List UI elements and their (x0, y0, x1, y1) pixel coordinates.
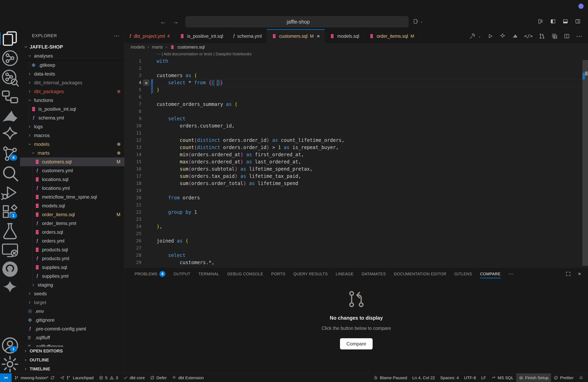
activity-item-settings[interactable] (0, 356, 20, 373)
codelens-actions[interactable]: ⋯ | Add documentation or tests | Datapil… (157, 52, 252, 56)
tree-file-metricflow-time-spine.sql[interactable]: metricflow_time_spine.sql (20, 192, 125, 201)
tab-customers.sql[interactable]: customers.sqlM× (267, 29, 325, 43)
tree-file-.gitkeep[interactable]: .gitkeep (20, 61, 125, 70)
scrollbar-thumb[interactable] (582, 60, 588, 266)
tree-file-locations.sql[interactable]: locations.sql (20, 175, 125, 184)
nav-forward-button[interactable]: → (173, 18, 179, 25)
tree-folder-seeds[interactable]: seeds (20, 289, 125, 298)
remote-indicator[interactable]: >< (0, 373, 12, 382)
tab-models.sql[interactable]: models.sql (325, 29, 364, 43)
breadcrumb[interactable]: models›marts›customers.sql (125, 43, 588, 51)
activity-item-testing[interactable] (0, 223, 20, 240)
tree-folder-macros[interactable]: macros (20, 131, 125, 140)
tab-dbt-project.yml[interactable]: !dbt_project.yml4 (125, 29, 175, 43)
panel-tab-gitlens[interactable]: GITLENS (454, 267, 472, 280)
problems-status[interactable]: 53 (96, 373, 121, 382)
tree-folder-dbt-packages[interactable]: dbt_packages (20, 87, 125, 96)
activity-item-accounts[interactable]: 1 (0, 337, 20, 354)
dbt-build-button[interactable] (469, 33, 476, 39)
dbt-extension-status[interactable]: dbt Extension (169, 373, 206, 382)
encoding[interactable]: UTF-8 (462, 373, 479, 382)
launchpad-status[interactable]: Launchpad (57, 373, 96, 382)
tree-file-customers.sql[interactable]: customers.sqlM (20, 157, 125, 166)
tree-file-orders.sql[interactable]: orders.sql (20, 228, 125, 237)
activity-item-run-and-debug[interactable] (0, 184, 20, 201)
tree-folder-models[interactable]: models (20, 140, 125, 149)
tree-file-locations.yml[interactable]: !locations.yml (20, 184, 125, 192)
notifications-bell[interactable] (576, 373, 586, 382)
workspace-root-row[interactable]: JAFFLE-SHOP (20, 42, 125, 52)
activity-item-dbt-lineage[interactable] (0, 50, 20, 67)
split-layout-button[interactable] (575, 18, 581, 24)
panel-tab-query-results[interactable]: QUERY RESULTS (294, 267, 328, 280)
activity-item-flowchart-view[interactable] (0, 88, 20, 105)
language-mode[interactable]: MS SQL (489, 373, 516, 382)
cursor-position[interactable]: Ln 4, Col 22 (410, 373, 438, 382)
toggle-panel-button[interactable] (562, 18, 568, 24)
git-compare-button[interactable] (539, 33, 545, 39)
activity-item-dbt-filled[interactable] (0, 280, 20, 297)
tree-file-.env[interactable]: .env (20, 307, 125, 316)
tree-file-.sqlfluff[interactable]: .sqlfluff (20, 333, 125, 342)
tree-folder-marts[interactable]: marts (20, 149, 125, 157)
split-editor-button[interactable] (564, 33, 570, 39)
dbt-core-status[interactable]: dbt core (121, 373, 147, 382)
nav-back-button[interactable]: ← (160, 18, 166, 25)
tree-folder-analyses[interactable]: analyses (20, 52, 125, 61)
tree-file-customers.yml[interactable]: !customers.yml (20, 166, 125, 175)
datapilot-button[interactable] (512, 33, 518, 39)
panel-tab-documentation-editor[interactable]: DOCUMENTATION EDITOR (394, 267, 446, 280)
tab-order-items.sql[interactable]: order_items.sqlM (364, 29, 419, 43)
run-file-button[interactable] (487, 33, 493, 39)
activity-item-extensions[interactable]: 1 (0, 203, 20, 221)
tree-folder-staging[interactable]: staging (20, 281, 125, 289)
activity-item-dbt-power-user[interactable] (0, 126, 20, 143)
tree-file-schema.yml[interactable]: !schema.yml (20, 114, 125, 122)
compare-button[interactable]: Compare (340, 338, 373, 349)
section-timeline[interactable]: TIMELINE (20, 364, 125, 373)
maximize-panel-button[interactable] (566, 271, 571, 277)
eol[interactable]: LF (479, 373, 489, 382)
activity-item-dbt-lineage-search[interactable] (0, 69, 20, 86)
breadcrumb-item[interactable]: customers.sql (178, 45, 205, 50)
tree-file-order-items.sql[interactable]: order_items.sqlM (20, 210, 125, 219)
tree-file-supplies.yml[interactable]: !supplies.yml (20, 272, 125, 281)
panel-tab-lineage[interactable]: LINEAGE (336, 267, 354, 280)
command-center-search[interactable]: jaffle-shop (186, 16, 408, 27)
section-outline[interactable]: OUTLINE (20, 355, 125, 364)
more-actions-button[interactable]: ⋯ (576, 32, 582, 40)
more-panel-tabs-button[interactable]: ⋯ (509, 271, 514, 277)
activity-item-github[interactable] (0, 261, 20, 278)
toggle-sidebar-button[interactable] (550, 18, 556, 24)
activity-item-datapilot[interactable] (0, 108, 20, 125)
tree-file-order-items.yml[interactable]: !order_items.yml (20, 219, 125, 228)
panel-tab-datamates[interactable]: DATAMATES (362, 267, 386, 280)
tab-is-positive-int.sql[interactable]: is_positive_int.sql (175, 29, 228, 43)
breadcrumb-item[interactable]: models (131, 45, 145, 50)
activity-item-explorer[interactable] (0, 30, 20, 47)
close-tab-icon[interactable]: × (317, 33, 320, 39)
tree-file-products.sql[interactable]: products.sql (20, 245, 125, 254)
tree-folder-functions[interactable]: functions (20, 96, 125, 105)
dbt-test-button[interactable] (499, 33, 506, 39)
code-editor[interactable]: 1with23customers as (+4 select * from {{… (125, 57, 582, 267)
defer-status[interactable]: Defer (147, 373, 169, 382)
panel-tab-ports[interactable]: PORTS (271, 267, 285, 280)
copilot-menu-button[interactable]: ⌄ (413, 18, 423, 24)
section-open-editors[interactable]: OPEN EDITORS (20, 346, 125, 355)
git-branch-status[interactable]: mwong-fusion* (12, 373, 57, 382)
activity-item-remote-explorer[interactable] (0, 241, 20, 259)
close-panel-button[interactable]: × (578, 271, 581, 277)
tree-folder-target[interactable]: target (20, 298, 125, 307)
tree-folder-data-tests[interactable]: data-tests (20, 70, 125, 78)
breadcrumb-item[interactable]: marts (152, 45, 163, 50)
tree-file-.pre-commit-config.yaml[interactable]: !.pre-commit-config.yaml (20, 325, 125, 333)
tree-folder-logs[interactable]: logs (20, 122, 125, 131)
panel-tab-output[interactable]: OUTPUT (173, 267, 190, 280)
tab-schema.yml[interactable]: !schema.yml (228, 29, 267, 43)
editor-scrollbar[interactable] (582, 43, 588, 267)
tree-file-products.yml[interactable]: !products.yml (20, 254, 125, 263)
tree-file-models.sql[interactable]: models.sql (20, 201, 125, 210)
activity-item-search[interactable] (0, 165, 20, 182)
panel-tab-compare[interactable]: COMPARE (480, 267, 500, 280)
